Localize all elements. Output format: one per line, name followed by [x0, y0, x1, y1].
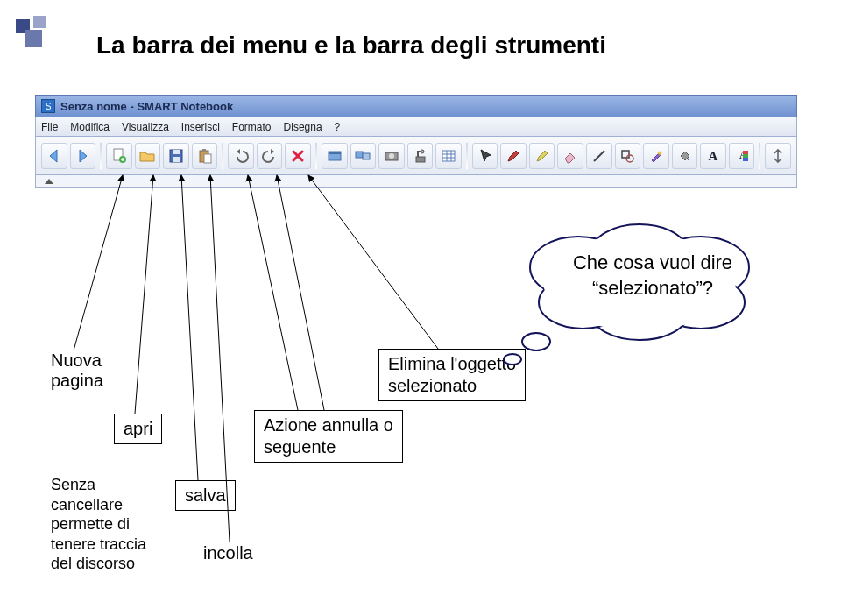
cloud-text: Che cosa vuol dire“selezionato”?	[552, 251, 753, 301]
arrow-left-icon[interactable]	[41, 143, 67, 169]
toolbar-separator	[100, 143, 102, 169]
svg-point-13	[389, 153, 394, 159]
annot-apri: apri	[114, 414, 162, 444]
svg-rect-14	[416, 157, 425, 162]
svg-rect-22	[743, 151, 748, 154]
smart-notebook-window: S Senza nome - SMART Notebook File Modif…	[35, 95, 797, 188]
arrow-right-icon[interactable]	[70, 143, 96, 169]
menu-disegna[interactable]: Disegna	[284, 121, 322, 133]
text-icon[interactable]: A	[700, 143, 726, 169]
svg-rect-23	[743, 154, 748, 158]
panel-collapse-strip[interactable]	[35, 175, 797, 188]
menu-bar: File Modifica Visualizza Inserisci Forma…	[35, 117, 797, 137]
svg-rect-9	[329, 152, 341, 154]
menu-modifica[interactable]: Modifica	[70, 121, 110, 133]
svg-point-15	[420, 150, 424, 153]
svg-rect-7	[204, 154, 211, 163]
annot-senza-cancellare: Senzacancellarepermette ditenere traccia…	[51, 475, 146, 574]
window-title: Senza nome - SMART Notebook	[60, 100, 233, 113]
slide-bullet-decoration	[16, 16, 63, 51]
pointer-icon[interactable]	[472, 143, 498, 169]
paste-icon[interactable]	[192, 143, 218, 169]
window-titlebar: S Senza nome - SMART Notebook	[35, 95, 797, 117]
svg-line-38	[248, 175, 298, 410]
app-icon: S	[41, 99, 55, 113]
magic-pen-icon[interactable]	[643, 143, 669, 169]
menu-file[interactable]: File	[41, 121, 58, 133]
open-icon[interactable]	[135, 143, 161, 169]
svg-rect-18	[622, 151, 629, 158]
capture-icon[interactable]	[378, 143, 405, 169]
speech-cloud: Che cosa vuol dire“selezionato”?	[499, 219, 780, 368]
annot-incolla: incolla	[203, 543, 253, 563]
redo-icon[interactable]	[257, 143, 283, 169]
delete-icon[interactable]	[285, 143, 311, 169]
svg-rect-10	[356, 152, 363, 158]
move-toolbar-icon[interactable]	[765, 143, 791, 169]
svg-rect-11	[363, 153, 370, 159]
svg-rect-6	[202, 149, 206, 152]
toolbar-separator	[759, 143, 760, 169]
fullscreen-icon[interactable]	[322, 143, 348, 169]
svg-line-34	[74, 175, 123, 350]
table-icon[interactable]	[435, 143, 462, 169]
menu-formato[interactable]: Formato	[232, 121, 272, 133]
svg-rect-16	[442, 151, 455, 161]
annot-salva: salva	[175, 480, 236, 511]
svg-line-39	[277, 175, 324, 410]
svg-point-33	[504, 354, 521, 365]
toolbar-separator	[315, 143, 317, 169]
svg-point-32	[522, 333, 550, 350]
menu-inserisci[interactable]: Inserisci	[181, 121, 220, 133]
pen-icon[interactable]	[500, 143, 527, 169]
svg-text:A: A	[709, 149, 718, 163]
annot-azione: Azione annulla oseguente	[254, 410, 403, 463]
highlighter-icon[interactable]	[529, 143, 555, 169]
toolbar-separator	[222, 143, 223, 169]
doc-camera-icon[interactable]	[407, 143, 434, 169]
new-page-icon[interactable]	[106, 143, 132, 169]
eraser-icon[interactable]	[557, 143, 583, 169]
svg-rect-4	[173, 157, 180, 162]
svg-point-19	[626, 155, 633, 162]
slide-title: La barra dei menu e la barra degli strum…	[96, 32, 797, 60]
toolbar: A A	[35, 137, 797, 175]
save-icon[interactable]	[163, 143, 189, 169]
toolbar-separator	[466, 143, 468, 169]
undo-icon[interactable]	[228, 143, 254, 169]
svg-line-40	[308, 175, 438, 349]
dual-monitor-icon[interactable]	[350, 143, 377, 169]
fill-icon[interactable]	[672, 143, 698, 169]
annot-nuova-pagina: Nuovapagina	[51, 350, 103, 391]
menu-visualizza[interactable]: Visualizza	[122, 121, 169, 133]
svg-rect-3	[173, 150, 180, 154]
color-props-icon[interactable]: A	[729, 143, 755, 169]
line-icon[interactable]	[586, 143, 612, 169]
shape-icon[interactable]	[615, 143, 641, 169]
svg-line-17	[594, 151, 604, 161]
svg-rect-24	[743, 158, 748, 161]
svg-line-36	[181, 175, 198, 480]
svg-line-35	[135, 175, 153, 414]
caret-up-icon	[45, 179, 53, 184]
menu-help[interactable]: ?	[335, 121, 341, 133]
